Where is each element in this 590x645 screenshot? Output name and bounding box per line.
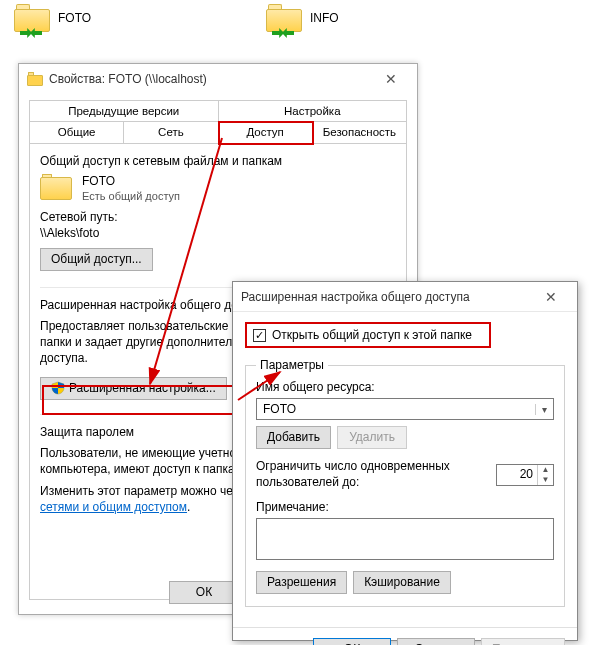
titlebar[interactable]: Свойства: FOTO (\\localhost) ✕ — [19, 64, 417, 94]
tab-sharing[interactable]: Доступ — [219, 122, 313, 144]
tab-network[interactable]: Сеть — [124, 122, 218, 144]
close-icon[interactable]: ✕ — [371, 71, 411, 87]
dialog-title: Расширенная настройка общего доступа — [241, 290, 531, 304]
tab-general[interactable]: Общие — [29, 122, 124, 144]
highlight-advanced-button — [42, 385, 238, 415]
close-icon[interactable]: ✕ — [531, 289, 571, 305]
caching-button[interactable]: Кэширование — [353, 571, 451, 594]
apply-button[interactable]: Применить — [481, 638, 565, 645]
folder-icon — [27, 72, 43, 86]
share-button[interactable]: Общий доступ... — [40, 248, 153, 271]
limit-label: Ограничить число одновременных пользоват… — [256, 459, 486, 490]
desktop-folder-label: INFO — [310, 11, 339, 25]
share-folder-label: Открыть общий доступ к этой папке — [272, 328, 472, 342]
parameters-fieldset: Параметры Имя общего ресурса: FOTO ▾ Доб… — [245, 358, 565, 607]
tab-previous-versions[interactable]: Предыдущие версии — [29, 100, 219, 122]
folder-icon — [40, 174, 72, 200]
limit-spinner[interactable]: 20 ▲▼ — [496, 464, 554, 486]
window-title: Свойства: FOTO (\\localhost) — [49, 72, 371, 86]
tab-customize[interactable]: Настройка — [219, 100, 408, 122]
share-folder-checkbox-row[interactable]: ✓ Открыть общий доступ к этой папке — [245, 322, 491, 348]
checkbox-icon[interactable]: ✓ — [253, 329, 266, 342]
tab-security[interactable]: Безопасность — [313, 122, 407, 144]
network-path-value: \\Aleks\foto — [40, 226, 396, 240]
parameters-legend: Параметры — [256, 358, 328, 372]
chevron-down-icon[interactable]: ▾ — [535, 404, 553, 415]
add-button[interactable]: Добавить — [256, 426, 331, 449]
shared-folder-icon — [266, 4, 302, 32]
note-label: Примечание: — [256, 500, 554, 514]
titlebar[interactable]: Расширенная настройка общего доступа ✕ — [233, 282, 577, 312]
folder-name: FOTO — [82, 174, 180, 188]
network-path-label: Сетевой путь: — [40, 210, 396, 224]
ok-button[interactable]: ОК — [169, 581, 239, 604]
share-name-label: Имя общего ресурса: — [256, 380, 554, 394]
advanced-sharing-dialog: Расширенная настройка общего доступа ✕ ✓… — [232, 281, 578, 641]
desktop-folder-info[interactable]: INFO — [266, 4, 376, 32]
tab-strip: Предыдущие версии Настройка Общие Сеть Д… — [29, 100, 407, 144]
permissions-button[interactable]: Разрешения — [256, 571, 347, 594]
spin-up-icon[interactable]: ▲ — [538, 465, 553, 475]
shared-folder-icon — [14, 4, 50, 32]
share-status: Есть общий доступ — [82, 190, 180, 202]
desktop-folder-label: FOTO — [58, 11, 91, 25]
desktop-folder-foto[interactable]: FOTO — [14, 4, 124, 32]
cancel-button[interactable]: Отмена — [397, 638, 475, 645]
spin-down-icon[interactable]: ▼ — [538, 475, 553, 485]
share-name-combo[interactable]: FOTO ▾ — [256, 398, 554, 420]
section-heading: Общий доступ к сетевым файлам и папкам — [40, 154, 396, 168]
limit-value: 20 — [497, 465, 537, 485]
delete-button[interactable]: Удалить — [337, 426, 407, 449]
share-name-value: FOTO — [257, 402, 535, 416]
note-textarea[interactable] — [256, 518, 554, 560]
ok-button[interactable]: ОК — [313, 638, 391, 645]
